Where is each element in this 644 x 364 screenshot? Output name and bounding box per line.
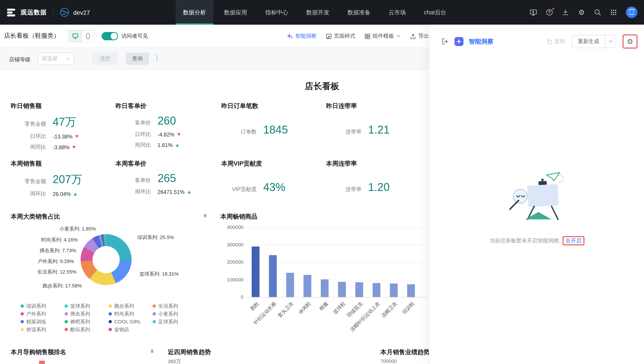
- help-icon[interactable]: [546, 9, 553, 16]
- kpi-grid: 昨日销售额零售金额47万日环比-13.38%周同比-3.88%昨日客单价客单价2…: [11, 102, 427, 217]
- legend-dot-icon: [152, 304, 156, 308]
- visitor-visible-toggle[interactable]: [102, 32, 118, 40]
- nav-tab-云市场[interactable]: 云市场: [381, 0, 413, 25]
- nav-tab-数据分析[interactable]: 数据分析: [176, 0, 214, 25]
- smart-insight-badge-icon: [454, 37, 464, 46]
- nav-tab-数据准备[interactable]: 数据准备: [340, 0, 378, 25]
- collapse-panel-icon[interactable]: [441, 38, 449, 46]
- nav-tab-chat后台[interactable]: chat后台: [417, 0, 454, 25]
- link-icon[interactable]: [202, 212, 210, 221]
- device-preview-segmented: [68, 30, 94, 42]
- bar[interactable]: [321, 279, 329, 297]
- page-style-button[interactable]: 页面样式: [326, 33, 356, 40]
- legend-item[interactable]: 促销品: [108, 326, 152, 332]
- regenerate-dropdown-button[interactable]: [605, 35, 616, 48]
- kpi-main-value: 1.20: [368, 181, 390, 194]
- legend-dot-icon: [152, 320, 156, 323]
- workspace-switcher[interactable]: dev27: [60, 8, 90, 17]
- kpi-sub-label: 周环比: [116, 188, 151, 195]
- nav-tab-数据应用[interactable]: 数据应用: [216, 0, 254, 25]
- bar[interactable]: [252, 246, 260, 297]
- legend-item[interactable]: 生活系列: [152, 303, 201, 309]
- copy-button[interactable]: 复制: [546, 38, 565, 45]
- insight-settings-icon[interactable]: ⚙: [627, 38, 633, 45]
- apps-grid-icon[interactable]: [610, 9, 617, 16]
- bar[interactable]: [286, 273, 294, 297]
- donut-callout: 户外系列: 9.29%: [38, 258, 74, 265]
- chevron-down-icon: [396, 34, 401, 39]
- performance-section-title: 本月销售业绩趋势: [380, 348, 430, 356]
- cast-screen-icon[interactable]: [530, 9, 537, 16]
- regenerate-button[interactable]: 重新生成: [572, 35, 605, 48]
- kpi-card: 昨日连带率连带率1.21: [326, 102, 427, 159]
- download-icon[interactable]: [562, 9, 569, 16]
- legend-label: 搏击系列: [70, 310, 90, 317]
- mobile-preview-button[interactable]: [82, 30, 94, 42]
- donut-chart[interactable]: [80, 234, 132, 285]
- legend-item[interactable]: 时尚系列: [108, 311, 152, 317]
- kpi-title: 昨日销售额: [11, 102, 116, 110]
- kpi-title: 本周连带率: [326, 159, 427, 167]
- bar[interactable]: [407, 284, 415, 297]
- legend-item[interactable]: 裤吧系列: [64, 319, 108, 325]
- more-icon[interactable]: ⋮: [154, 54, 160, 62]
- brand[interactable]: 观远数据: [0, 7, 47, 18]
- notification-dot: [552, 8, 555, 10]
- nav-tab-数据开发[interactable]: 数据开发: [299, 0, 337, 25]
- query-button[interactable]: 查询: [126, 53, 149, 65]
- visitor-visible-label: 访问者可见: [121, 32, 148, 40]
- component-template-icon: [364, 33, 371, 39]
- bar[interactable]: [373, 283, 380, 297]
- kpi-main-label: 零售金额: [11, 120, 46, 128]
- desktop-preview-button[interactable]: [69, 30, 82, 42]
- legend-item[interactable]: 精英训练: [21, 319, 64, 325]
- clear-button[interactable]: 清空: [92, 53, 118, 65]
- legend-item[interactable]: 户外系列: [21, 311, 64, 317]
- legend-item[interactable]: 足球系列: [152, 319, 201, 325]
- chevron-down-icon: [608, 39, 613, 44]
- kpi-title: 本周销售额: [11, 159, 116, 167]
- bar[interactable]: [269, 255, 277, 297]
- kpi-card: 昨日客单价客单价260日环比-4.82%周同比1.61%: [116, 102, 221, 159]
- bar[interactable]: [356, 282, 363, 297]
- legend-item[interactable]: 舒适系列: [21, 326, 64, 332]
- legend-item[interactable]: 跑步系列: [108, 303, 152, 309]
- empty-state-illustration: [502, 169, 572, 225]
- store-level-select[interactable]: 请选择: [38, 53, 74, 65]
- gridline: [247, 245, 428, 245]
- export-button[interactable]: 导出: [410, 33, 429, 40]
- legend-item[interactable]: 小童系列: [152, 311, 201, 317]
- sparkle-icon: [286, 33, 293, 39]
- kpi-title: 昨日客单价: [116, 102, 221, 110]
- bar[interactable]: [390, 283, 398, 297]
- legend-dot-icon: [21, 328, 24, 331]
- legend-item[interactable]: 综训系列: [21, 303, 64, 309]
- rank-section-title: 本月导购销售额排名: [11, 348, 66, 356]
- settings-icon[interactable]: ⚙: [578, 9, 585, 16]
- kpi-main-value: 207万: [53, 172, 82, 187]
- user-avatar[interactable]: [626, 7, 637, 18]
- enable-insight-link[interactable]: 去开启: [562, 236, 584, 245]
- search-icon[interactable]: [594, 9, 601, 16]
- nav-tab-指标中心[interactable]: 指标中心: [258, 0, 296, 25]
- component-template-button[interactable]: 组件模板: [364, 33, 401, 40]
- x-tick-label: 连帽针织运动上衣: [349, 300, 382, 333]
- donut-section-title: 本周大类销售占比: [11, 213, 60, 221]
- smart-insight-button[interactable]: 智能洞察: [286, 33, 316, 40]
- smart-insight-panel: 智能洞察 复制 重新生成 ⚙: [429, 25, 644, 364]
- donut-callout: 搏击系列: 7.73%: [40, 247, 76, 254]
- x-tick-label: 篮球鞋: [332, 300, 347, 316]
- legend-item[interactable]: 搏击系列: [64, 311, 108, 317]
- link-icon[interactable]: [148, 348, 158, 356]
- legend-item[interactable]: COOL GIRL: [108, 319, 152, 325]
- legend-item[interactable]: 篮球系列: [64, 303, 108, 309]
- legend-item[interactable]: 酷玩系列: [64, 326, 108, 332]
- toolbar-actions: 智能洞察 页面样式 组件模板 导出: [286, 25, 429, 48]
- kpi-main-row: 订单数1845: [221, 124, 326, 136]
- bar[interactable]: [304, 275, 311, 297]
- bar[interactable]: [338, 282, 346, 297]
- kpi-card: 昨日订单笔数订单数1845: [221, 102, 326, 159]
- kpi-sub-value: -3.88%: [53, 144, 70, 150]
- legend-dot-icon: [108, 320, 112, 323]
- kpi-sub-value: 26471.51%: [158, 189, 184, 195]
